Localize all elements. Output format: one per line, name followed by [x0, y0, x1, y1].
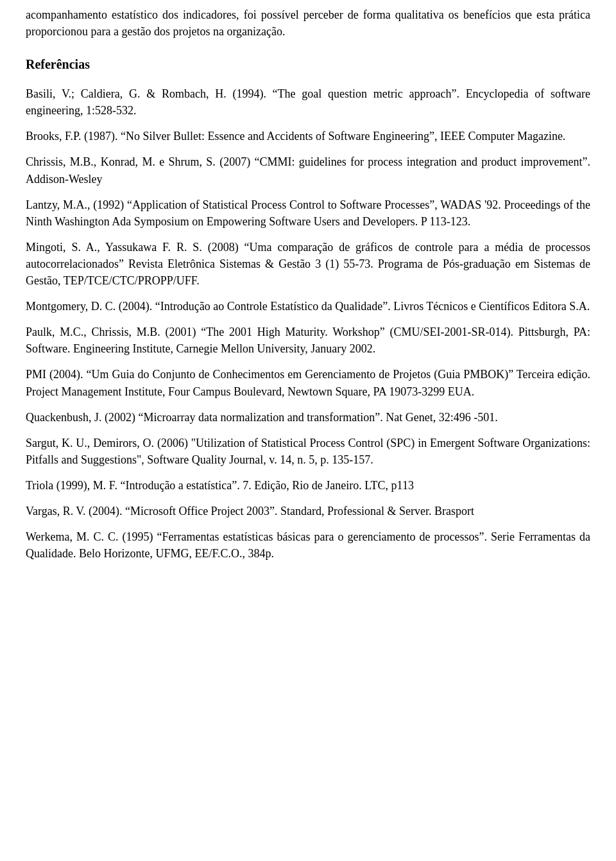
ref-entry-werkema: Werkema, M. C. C. (1995) “Ferramentas es… — [26, 528, 590, 562]
ref-entry-paulk: Paulk, M.C., Chrissis, M.B. (2001) “The … — [26, 324, 590, 357]
references-heading: Referências — [26, 55, 590, 74]
ref-entry-triola: Triola (1999), M. F. “Introdução a estat… — [26, 477, 590, 494]
ref-entry-vargas: Vargas, R. V. (2004). “Microsoft Office … — [26, 503, 590, 519]
ref-entry-mingoti: Mingoti, S. A., Yassukawa F. R. S. (2008… — [26, 239, 590, 289]
ref-entry-montgomery: Montgomery, D. C. (2004). “Introdução ao… — [26, 298, 590, 315]
ref-entry-sargut: Sargut, K. U., Demirors, O. (2006) "Util… — [26, 435, 590, 468]
references-list: Basili, V.; Caldiera, G. & Rombach, H. (… — [26, 85, 590, 562]
ref-entry-lantzy: Lantzy, M.A., (1992) “Application of Sta… — [26, 196, 590, 230]
ref-entry-pmi: PMI (2004). “Um Guia do Conjunto de Conh… — [26, 366, 590, 399]
ref-entry-brooks: Brooks, F.P. (1987). “No Silver Bullet: … — [26, 128, 590, 144]
ref-entry-quackenbush: Quackenbush, J. (2002) “Microarray data … — [26, 409, 590, 426]
intro-paragraph: acompanhamento estatístico dos indicador… — [26, 6, 590, 40]
ref-entry-basili: Basili, V.; Caldiera, G. & Rombach, H. (… — [26, 85, 590, 119]
ref-entry-chrissis: Chrissis, M.B., Konrad, M. e Shrum, S. (… — [26, 153, 590, 187]
